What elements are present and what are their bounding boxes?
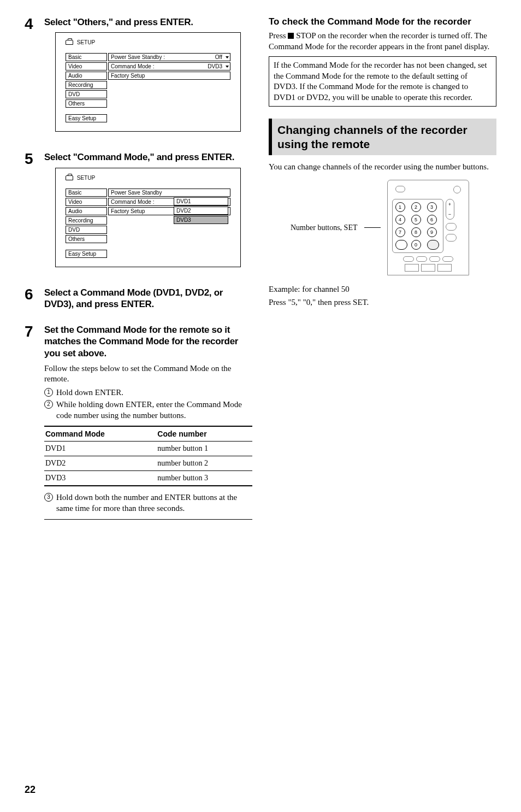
- circled-2-icon: 2: [44, 400, 53, 409]
- opt-power-save-2-label: Power Save Standby: [111, 190, 162, 196]
- remote-diagram: Number buttons, SET 1 2 3 4 5 6 7: [291, 180, 496, 275]
- opt-factory-setup-label: Factory Setup: [111, 73, 145, 79]
- step-6-title: Select a Command Mode (DVD1, DVD2, or DV…: [44, 287, 252, 310]
- command-mode-table: Command Mode Code number DVD1 number but…: [44, 426, 252, 486]
- tab-basic: Basic: [66, 53, 107, 61]
- tab-video: Video: [66, 198, 107, 206]
- toolbox-icon: [66, 40, 73, 45]
- check-heading: To check the Command Mode for the record…: [269, 16, 496, 27]
- pill-2: [416, 256, 427, 262]
- opt-power-save-label: Power Save Standby :: [111, 54, 165, 60]
- step-4-title: Select "Others," and press ENTER.: [44, 16, 252, 28]
- step-5: 5 Select "Command Mode," and press ENTER…: [25, 151, 252, 276]
- opt-command-mode-val: DVD3: [208, 63, 222, 69]
- opt-command-mode: Command Mode : DVD3: [108, 62, 230, 70]
- tab-basic: Basic: [66, 189, 107, 197]
- step-4-num: 4: [25, 16, 38, 142]
- circled-1-icon: 1: [44, 388, 53, 397]
- sub-dvd1: DVD1: [174, 197, 228, 205]
- table-row: DVD1 number button 1: [44, 441, 252, 456]
- opt-power-save-2: Power Save Standby: [108, 189, 230, 197]
- rect-1: [405, 264, 419, 272]
- cm-header-code: Code number: [156, 426, 252, 442]
- step-7-title: Set the Command Mode for the remote so i…: [44, 324, 252, 359]
- tab-audio: Audio: [66, 207, 107, 215]
- step-7: 7 Set the Command Mode for the remote so…: [25, 324, 252, 520]
- side-small-1: [446, 223, 457, 231]
- note-box: If the Command Mode for the recorder has…: [269, 56, 496, 107]
- remote-label: Number buttons, SET: [291, 223, 358, 233]
- opt-power-save-val: Off: [215, 54, 222, 60]
- setup-header-1: SETUP: [77, 39, 95, 45]
- example-line2: Press "5," "0," then press SET.: [269, 297, 496, 308]
- page-number: 22: [25, 784, 35, 796]
- arrow-down-icon: [226, 56, 229, 58]
- tab-recording: Recording: [66, 81, 107, 89]
- num-7: 7: [395, 227, 405, 237]
- num-6: 6: [427, 215, 437, 225]
- power-icon: [453, 186, 461, 193]
- tab-recording: Recording: [66, 216, 107, 225]
- sub-dvd2: DVD2: [174, 207, 228, 215]
- step7-c3: Hold down both the number and ENTER butt…: [56, 492, 252, 514]
- tab-video: Video: [66, 62, 107, 70]
- opt-power-save: Power Save Standby : Off: [108, 53, 230, 61]
- pill-3: [429, 256, 440, 262]
- num-2: 2: [411, 202, 421, 212]
- cm-dvd3: DVD3: [44, 470, 156, 486]
- opt-factory-setup-2-label: Factory Setup: [111, 208, 145, 214]
- num-input: [395, 240, 407, 250]
- cm-header-mode: Command Mode: [44, 426, 156, 442]
- setup-screenshot-2: SETUP Basic Video Audio Recording DVD Ot…: [55, 168, 241, 267]
- cm-dvd2: DVD2: [44, 456, 156, 470]
- example-line1: Example: for channel 50: [269, 284, 496, 295]
- tab-others: Others: [66, 235, 107, 243]
- section-paragraph: You can change channels of the recorder …: [269, 162, 496, 173]
- toolbox-icon: [66, 175, 73, 180]
- tab-dvd: DVD: [66, 226, 107, 234]
- remote-controller: 1 2 3 4 5 6 7 8 9 0 +−: [387, 180, 469, 275]
- check-paragraph: Press STOP on the recorder when the reco…: [269, 31, 496, 52]
- num-9: 9: [427, 227, 437, 237]
- eject-icon: [395, 186, 405, 192]
- cm-dvd1-code: number button 1: [156, 441, 252, 456]
- num-4: 4: [395, 215, 405, 225]
- check-p1b: STOP on the recorder when the recorder i…: [269, 31, 489, 51]
- table-row: DVD2 number button 2: [44, 456, 252, 470]
- pill-1: [403, 256, 414, 262]
- number-pad: 1 2 3 4 5 6 7 8 9 0: [392, 199, 443, 253]
- arrow-down-icon: [226, 66, 229, 68]
- step-5-title: Select "Command Mode," and press ENTER.: [44, 151, 252, 163]
- step-5-num: 5: [25, 151, 38, 276]
- tab-easy-setup: Easy Setup: [66, 114, 107, 122]
- step-6-num: 6: [25, 287, 38, 315]
- pill-4: [442, 256, 453, 262]
- cm-dvd3-code: number button 3: [156, 470, 252, 486]
- table-row: DVD3 number button 3: [44, 470, 252, 486]
- tab-easy-setup: Easy Setup: [66, 250, 107, 258]
- num-3: 3: [427, 202, 437, 212]
- setup-screenshot-1: SETUP Basic Video Audio Recording DVD Ot…: [55, 32, 241, 132]
- pointer-line: [364, 227, 381, 228]
- num-8: 8: [411, 227, 421, 237]
- num-5: 5: [411, 215, 421, 225]
- cm-dvd1: DVD1: [44, 441, 156, 456]
- divider: [44, 519, 252, 520]
- tab-dvd: DVD: [66, 90, 107, 98]
- num-1: 1: [395, 202, 405, 212]
- check-p1a: Press: [269, 31, 288, 40]
- setup-header-2: SETUP: [77, 175, 95, 181]
- step7-c2: While holding down ENTER, enter the Comm…: [56, 399, 252, 421]
- side-plus-minus: +−: [446, 199, 454, 220]
- opt-command-mode-label: Command Mode :: [111, 63, 154, 69]
- rect-3: [437, 264, 452, 272]
- cm-dvd2-code: number button 2: [156, 456, 252, 470]
- sub-dvd3: DVD3: [174, 216, 228, 224]
- stop-icon: [288, 33, 294, 39]
- step-7-intro: Follow the steps below to set the Comman…: [44, 363, 252, 385]
- tab-audio: Audio: [66, 72, 107, 80]
- num-clear: [427, 240, 439, 250]
- opt-factory-setup: Factory Setup: [108, 72, 230, 80]
- step-4: 4 Select "Others," and press ENTER. SETU…: [25, 16, 252, 142]
- step7-c1: Hold down ENTER.: [56, 387, 252, 398]
